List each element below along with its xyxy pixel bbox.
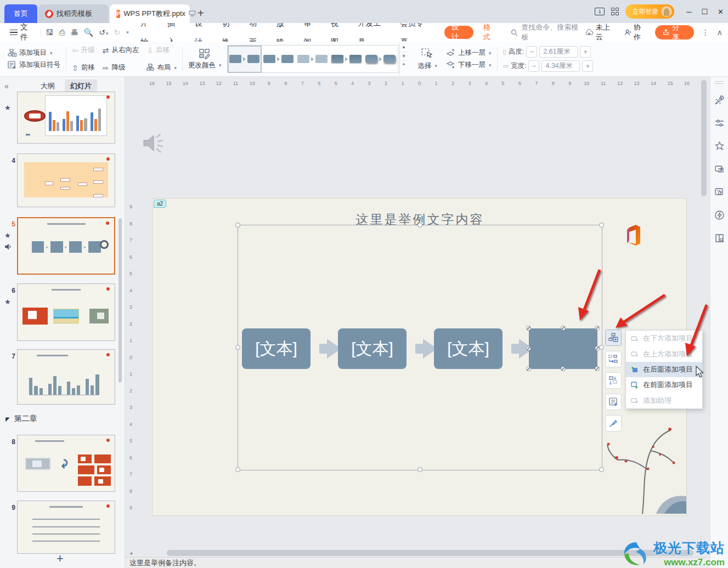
shape-handle[interactable]: [561, 326, 566, 331]
selection-handle[interactable]: [599, 223, 604, 228]
slide-thumbnail-9[interactable]: [17, 501, 115, 554]
width-plus-button[interactable]: +: [582, 60, 593, 72]
document-tab[interactable]: P WPS PPT教程.pptx: [110, 4, 190, 23]
gallery-down-icon[interactable]: ▼: [400, 52, 408, 61]
print-icon[interactable]: 🖶: [71, 28, 78, 37]
maximize-button[interactable]: ☐: [701, 8, 708, 16]
slide-thumbnail[interactable]: ⬅: [17, 92, 115, 144]
smartart-shape-3[interactable]: [文本]: [434, 328, 503, 369]
save-icon[interactable]: 🖫: [46, 28, 54, 37]
selection-handle[interactable]: [235, 467, 240, 472]
home-tab[interactable]: 首页: [4, 4, 37, 23]
height-minus-button[interactable]: −: [526, 46, 537, 58]
scroll-left-icon[interactable]: ◂: [129, 550, 132, 556]
collapse-panel-button[interactable]: «: [4, 82, 9, 90]
slide-thumbnail-6[interactable]: [17, 283, 115, 341]
minimize-button[interactable]: ─: [686, 8, 691, 16]
shape-handle[interactable]: [526, 366, 531, 371]
gallery-up-icon[interactable]: ▲: [400, 43, 408, 52]
new-tab-button[interactable]: +: [197, 7, 204, 20]
star-effects-icon[interactable]: [714, 141, 725, 153]
change-colors-button[interactable]: 更改颜色▾: [184, 43, 226, 75]
add-slide-button[interactable]: +: [57, 552, 64, 566]
smartart-shape-2[interactable]: [文本]: [338, 328, 407, 369]
page-view-icon[interactable]: 1: [595, 8, 605, 15]
hot-template-icon[interactable]: [714, 187, 725, 199]
shape-handle[interactable]: [561, 366, 566, 371]
selection-handle[interactable]: [599, 345, 604, 350]
present-monitor-icon[interactable]: [189, 10, 196, 18]
move-item-float-button[interactable]: [605, 372, 622, 389]
redo-icon[interactable]: ↻: [114, 28, 121, 37]
smartart-style-5[interactable]: [364, 46, 398, 73]
add-item-float-button[interactable]: [605, 330, 622, 346]
shape-handle[interactable]: [526, 326, 531, 331]
reference-book-icon[interactable]: [714, 233, 725, 245]
shape-handle[interactable]: [595, 326, 600, 331]
export-icon[interactable]: ⎙: [59, 28, 65, 37]
前移-button[interactable]: ⇧前移: [72, 60, 95, 75]
close-button[interactable]: ✕: [718, 8, 724, 16]
smartart-style-1[interactable]: [228, 46, 262, 73]
shape-handle[interactable]: [595, 346, 600, 351]
adjust-sliders-icon[interactable]: [714, 118, 725, 130]
selection-handle[interactable]: [235, 223, 240, 228]
animation-tag[interactable]: a2: [154, 200, 166, 208]
collapse-ribbon-icon[interactable]: ∧: [717, 28, 723, 37]
qat-more-icon[interactable]: ▾: [126, 30, 129, 35]
smartart-shape-4-selected[interactable]: [529, 328, 597, 369]
selection-handle[interactable]: [235, 345, 240, 350]
sidebar-scrollbar[interactable]: [118, 218, 122, 383]
bring-forward-button[interactable]: 上移一层▾: [446, 48, 492, 58]
section-header[interactable]: ◤ 第二章: [5, 414, 37, 424]
cloud-status[interactable]: 未上云: [585, 22, 617, 42]
panel-handle[interactable]: [715, 81, 724, 84]
apps-grid-icon[interactable]: [611, 8, 619, 15]
从右向左-button[interactable]: ⇄从右向左: [103, 43, 139, 58]
tab-outline[interactable]: 大纲: [35, 79, 60, 93]
slide-thumbnail-7[interactable]: [17, 349, 115, 405]
flash-assist-icon[interactable]: [714, 210, 725, 222]
width-input[interactable]: 4.34厘米: [541, 60, 580, 72]
share-button[interactable]: 分享: [655, 25, 693, 39]
docer-template-tab[interactable]: 找稻壳模板: [38, 4, 109, 23]
file-menu[interactable]: 文件: [5, 22, 40, 42]
more-options-icon[interactable]: ⋮: [702, 28, 709, 37]
share-window-icon[interactable]: [714, 164, 725, 176]
selection-handle[interactable]: [417, 467, 422, 472]
select-button[interactable]: 选择▾: [414, 43, 442, 75]
smartart-style-4[interactable]: [330, 46, 364, 73]
undo-icon[interactable]: ↺▾: [99, 28, 108, 37]
height-plus-button[interactable]: +: [580, 46, 591, 58]
布局-button[interactable]: 布局▾: [146, 60, 177, 75]
reorder-item-float-button[interactable]: [605, 351, 622, 367]
preview-icon[interactable]: 🔍: [84, 28, 93, 37]
design-pill-button[interactable]: 设计: [444, 26, 473, 39]
audio-speaker-icon[interactable]: [142, 130, 166, 157]
tab-slides[interactable]: 幻灯片: [65, 79, 97, 93]
gallery-more-icon[interactable]: ⯆: [400, 61, 408, 70]
context-menu-item-4[interactable]: 在前面添加项目: [626, 377, 702, 393]
format-brush-float-button[interactable]: [605, 415, 622, 431]
降级-button[interactable]: ⇨降级: [103, 60, 139, 75]
login-button[interactable]: 立即登录: [625, 4, 674, 19]
selection-handle[interactable]: [417, 223, 422, 228]
add-bullet-button[interactable]: 添加项目符号: [8, 60, 60, 70]
add-item-button[interactable]: 添加项目▾: [8, 48, 60, 58]
context-menu-item-3[interactable]: 在后面添加项目: [626, 362, 702, 377]
collaborate-button[interactable]: 协作: [624, 22, 647, 42]
editing-canvas[interactable]: 1615141312111098765432101234567891011121…: [125, 77, 710, 568]
width-minus-button[interactable]: −: [528, 60, 539, 72]
vertical-scrollbar[interactable]: [701, 80, 707, 196]
horizontal-scrollbar[interactable]: [167, 550, 693, 556]
rocket-icon[interactable]: [714, 95, 725, 107]
slide-thumbnail-5[interactable]: ▸▸▸: [17, 217, 115, 275]
smartart-shape-1[interactable]: [文本]: [242, 328, 311, 369]
add-bullet-float-button[interactable]: [605, 394, 622, 410]
command-search[interactable]: 查找命令、搜索模板: [511, 22, 585, 42]
height-input[interactable]: 2.61厘米: [539, 46, 578, 58]
smartart-style-2[interactable]: [262, 46, 296, 73]
format-tab[interactable]: 格式: [483, 22, 498, 42]
shape-handle[interactable]: [526, 346, 531, 351]
send-backward-button[interactable]: 下移一层▾: [446, 60, 492, 70]
